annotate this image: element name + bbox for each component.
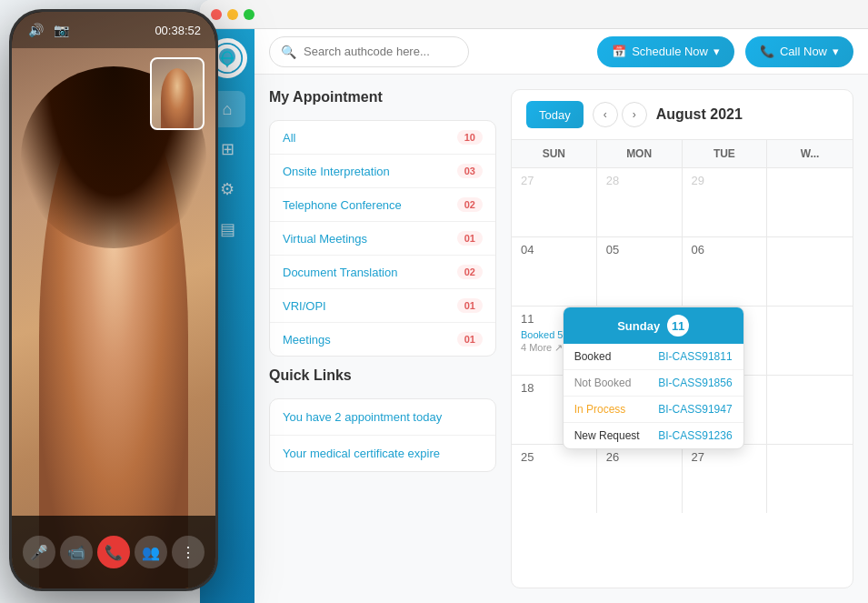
calendar-header: Today ‹ › August 2021 [512,90,853,140]
weekday-tue: TUE [683,140,768,167]
appt-item-onsite[interactable]: Onsite Interpretation 03 [270,155,495,188]
calendar-row-1: 27 28 29 [512,168,853,237]
cal-date: 25 [521,450,587,464]
chart-icon: ▤ [220,219,235,239]
topbar: 🔍 📅 Schedule Now ▾ 📞 Call Now ▾ [254,29,868,75]
video-inset [150,57,205,130]
weekday-sun: SUN [512,140,597,167]
popup-item-new-request[interactable]: New Request BI-CASS91236 [564,423,743,448]
quick-link-appointment[interactable]: You have 2 appointment today [270,399,495,436]
cal-cell-27-prev[interactable]: 27 [512,168,597,236]
appt-name-virtual: Virtual Meetings [283,232,367,246]
appt-name-telephone: Telephone Conference [283,198,402,212]
grid-icon: ⊞ [221,139,234,159]
mute-button[interactable]: 🎤 [23,536,55,568]
appt-item-telephone[interactable]: Telephone Conference 02 [270,188,495,222]
cal-date: 06 [692,243,758,256]
appt-name-document: Document Translation [283,266,397,279]
popup-code-booked: BI-CASS91811 [658,350,732,363]
calendar-icon: 📅 [612,45,626,58]
calendar-weekdays: SUN MON TUE W... [512,140,853,168]
appointment-section: My Appointment [269,89,496,109]
appt-badge-virtual: 01 [457,231,483,246]
calendar-row-5: 25 26 27 [512,445,853,513]
cal-date: 29 [692,174,758,187]
cal-cell-30-prev[interactable] [767,168,853,236]
cal-cell-28-prev[interactable]: 28 [597,168,683,236]
calendar-rows: 27 28 29 [512,168,853,513]
appt-item-meetings[interactable]: Meetings 01 [270,323,495,356]
cal-cell-28[interactable] [767,445,853,513]
appt-name-onsite: Onsite Interpretation [283,165,390,178]
chevron-down-icon-call: ▾ [833,45,839,58]
popup-item-in-process[interactable]: In Process BI-CASS91947 [564,397,743,423]
cal-cell-07[interactable] [767,237,853,306]
content-area: My Appointment All 10 Onsite Interpretat… [254,75,868,603]
appt-badge-all: 10 [457,130,483,145]
search-icon: 🔍 [281,45,296,59]
appt-badge-vri: 01 [457,298,483,313]
cal-date: 26 [606,450,673,464]
scene: 🔊 📷 00:38:52 🎤 📹 📞 👥 ⋮ [0,0,868,603]
call-controls: 🎤 📹 📞 👥 ⋮ [12,516,215,588]
cal-cell-21[interactable] [767,376,853,444]
prev-month-button[interactable]: ‹ [593,102,618,127]
appt-badge-onsite: 03 [457,164,483,178]
cal-cell-29-prev[interactable]: 29 [683,168,768,236]
main-window: ⌂ ⊞ ⚙ ▤ 🔍 📅 Schedule Now [200,0,868,603]
appt-badge-document: 02 [457,265,483,279]
popup-code-not-booked: BI-CASS91856 [658,377,732,389]
left-panel: My Appointment All 10 Onsite Interpretat… [269,89,496,588]
popup-status-new-request: New Request [574,429,640,442]
cal-cell-26[interactable]: 26 [597,445,683,513]
appt-item-virtual[interactable]: Virtual Meetings 01 [270,222,495,256]
weekday-mon: MON [597,140,683,167]
schedule-now-button[interactable]: 📅 Schedule Now ▾ [597,36,734,67]
cal-cell-14[interactable] [767,307,853,375]
search-box[interactable]: 🔍 [269,36,469,67]
cal-cell-06[interactable]: 06 [683,237,768,306]
maximize-dot[interactable] [244,9,254,20]
popup-item-not-booked[interactable]: Not Booked BI-CASS91856 [564,370,743,397]
cal-cell-05[interactable]: 05 [597,237,683,306]
cal-cell-25[interactable]: 25 [512,445,597,513]
quick-links-title: Quick Links [269,367,496,384]
popup-item-booked[interactable]: Booked BI-CASS91811 [564,344,743,370]
appt-badge-telephone: 02 [457,197,483,212]
calendar-row-2: 04 05 06 [512,237,853,307]
search-input[interactable] [304,45,457,58]
popup-date: 11 [667,315,689,337]
appt-item-all[interactable]: All 10 [270,121,495,155]
weekday-wed: W... [767,140,853,167]
cal-cell-27[interactable]: 27 [683,445,768,513]
appointment-list: All 10 Onsite Interpretation 03 Telephon… [269,120,496,357]
call-now-button[interactable]: 📞 Call Now ▾ [745,36,853,67]
quick-link-certificate[interactable]: Your medical certificate expire [270,436,495,471]
video-button[interactable]: 📹 [60,536,93,568]
appt-badge-meetings: 01 [457,332,483,347]
cal-cell-11[interactable]: 11 Booked 52 4 More ↗ Sunday 11 [512,307,597,375]
appt-name-meetings: Meetings [283,333,331,347]
popup-code-in-process: BI-CASS91947 [658,403,732,416]
appointment-title: My Appointment [269,89,496,106]
calendar-popup: Sunday 11 Booked BI-CASS91811 [563,307,744,449]
popup-code-new-request: BI-CASS91236 [658,429,732,442]
popup-status-booked: Booked [574,350,612,363]
minimize-dot[interactable] [227,9,238,20]
appt-item-document[interactable]: Document Translation 02 [270,256,495,289]
calendar-month: August 2021 [656,106,743,123]
popup-status-in-process: In Process [574,403,626,416]
today-button[interactable]: Today [526,101,584,128]
next-month-button[interactable]: › [622,102,647,127]
cal-date: 27 [521,174,587,187]
participants-button[interactable]: 👥 [135,536,167,568]
appt-item-vri[interactable]: VRI/OPI 01 [270,289,495,323]
end-call-button[interactable]: 📞 [97,536,130,568]
cal-cell-04[interactable]: 04 [512,237,597,306]
cal-date: 04 [521,243,587,256]
calendar-grid: SUN MON TUE W... 27 [512,140,853,588]
cal-date: 27 [692,450,758,464]
call-timer: 00:38:52 [155,24,201,37]
more-options-button[interactable]: ⋮ [172,536,205,568]
popup-day: Sunday [617,319,660,333]
